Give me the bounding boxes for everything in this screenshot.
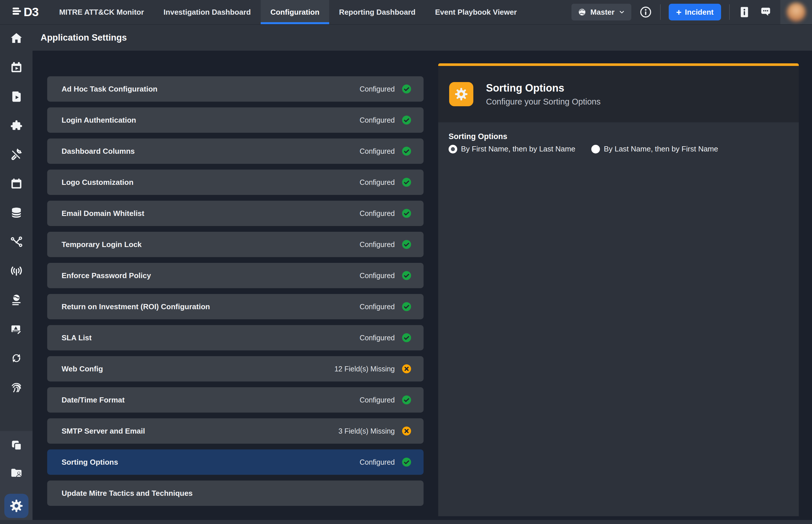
calendar-icon (10, 177, 23, 190)
home-icon (10, 32, 23, 45)
check-circle-icon (402, 395, 411, 405)
sidebar-item-sync[interactable] (10, 351, 23, 365)
settings-item-update-mitre-tactics-and-techniques[interactable]: Update Mitre Tactics and Techniques (47, 480, 424, 506)
nav-tab-configuration[interactable]: Configuration (261, 0, 329, 24)
info-button[interactable] (639, 6, 652, 18)
tools-icon (10, 148, 23, 161)
sync-icon (10, 351, 23, 365)
settings-item-dashboard-columns[interactable]: Dashboard Columns Configured (47, 138, 424, 164)
settings-item-label: Logo Customization (62, 178, 134, 187)
sidebar-item-home[interactable] (10, 32, 23, 45)
chevron-down-icon (619, 9, 625, 15)
settings-item-smtp-server-and-email[interactable]: SMTP Server and Email 3 Field(s) Missing (47, 418, 424, 444)
page-header: Application Settings (33, 25, 812, 51)
settings-item-status: Configured (360, 272, 395, 280)
plus-icon: + (676, 7, 682, 17)
settings-item-label: Sorting Options (62, 458, 118, 467)
database-icon (10, 206, 23, 219)
main-content: Ad Hoc Task Configuration Configured Log… (33, 51, 812, 520)
sidebar-item-connections[interactable] (10, 235, 23, 248)
sidebar-item-user-files[interactable] (10, 466, 23, 479)
info-icon (639, 6, 652, 18)
settings-item-email-domain-whitelist[interactable]: Email Domain Whitelist Configured (47, 201, 424, 226)
check-circle-icon (402, 240, 411, 249)
check-circle-icon (402, 302, 411, 312)
gear-icon (454, 87, 469, 102)
settings-item-status: Configured (360, 209, 395, 218)
top-nav-actions: Master + Incident (572, 0, 812, 24)
settings-item-return-on-investment-roi-configuration[interactable]: Return on Investment (ROI) Configuration… (47, 294, 424, 319)
settings-item-login-authentication[interactable]: Login Authentication Configured (47, 108, 424, 133)
nav-tab-mitre-att-ck-monitor[interactable]: MITRE ATT&CK Monitor (50, 0, 154, 24)
sidebar-item-data[interactable] (10, 206, 23, 219)
sidebar-item-playbooks[interactable] (10, 90, 23, 103)
user-avatar-button[interactable] (780, 0, 812, 24)
nav-tab-label: Configuration (270, 8, 319, 17)
settings-item-label: Enforce Password Policy (62, 271, 151, 280)
sidebar-item-incident-reports[interactable] (10, 323, 23, 336)
sidebar-item-identity[interactable] (10, 381, 23, 394)
settings-item-status: Configured (360, 458, 395, 466)
settings-item-status: Configured (360, 85, 395, 93)
settings-item-label: Login Authentication (62, 116, 136, 125)
sorting-radio-group: By First Name, then by Last Name By Last… (449, 145, 799, 153)
globe-lines-icon (10, 293, 23, 307)
check-circle-icon (402, 84, 411, 94)
settings-item-status: 3 Field(s) Missing (338, 427, 395, 435)
check-circle-icon (402, 146, 411, 156)
broadcast-icon (10, 264, 23, 278)
settings-item-label: SLA List (62, 333, 91, 342)
settings-item-label: Ad Hoc Task Configuration (62, 85, 157, 94)
site-selector-dropdown[interactable]: Master (572, 4, 631, 20)
sidebar-item-copy[interactable] (10, 439, 23, 452)
sidebar-item-utilities[interactable] (10, 148, 23, 161)
radio-by-last-name-then-by-first-name[interactable]: By Last Name, then by First Name (591, 145, 718, 153)
calendar-play-icon (10, 61, 23, 74)
footer-strip (0, 520, 812, 524)
primary-nav: MITRE ATT&CK Monitor Investigation Dashb… (50, 0, 527, 24)
settings-item-date-time-format[interactable]: Date/Time Format Configured (47, 387, 424, 413)
integrations-puzzle-icon (10, 119, 23, 132)
sidebar-item-geo[interactable] (10, 293, 23, 307)
report-button[interactable] (738, 5, 751, 19)
top-nav: D3 MITRE ATT&CK Monitor Investigation Da… (0, 0, 812, 25)
settings-item-temporary-login-lock[interactable]: Temporary Login Lock Configured (47, 232, 424, 257)
panel-icon-tile (449, 82, 473, 106)
chat-button[interactable] (759, 5, 772, 19)
document-info-icon (738, 5, 751, 19)
radio-option-label: By Last Name, then by First Name (604, 145, 718, 153)
x-circle-icon (402, 426, 411, 436)
sidebar-item-scheduled-tasks[interactable] (10, 61, 23, 74)
avatar (787, 3, 806, 21)
radio-button[interactable] (449, 145, 457, 153)
settings-item-status: 12 Field(s) Missing (334, 365, 395, 373)
settings-item-label: Dashboard Columns (62, 147, 135, 156)
radio-option-label: By First Name, then by Last Name (461, 145, 575, 153)
check-circle-icon (402, 209, 411, 218)
check-circle-icon (402, 177, 411, 187)
playbook-icon (10, 90, 23, 103)
settings-item-enforce-password-policy[interactable]: Enforce Password Policy Configured (47, 263, 424, 288)
copy-icon (10, 439, 23, 452)
settings-item-sorting-options[interactable]: Sorting Options Configured (47, 449, 424, 475)
sidebar-item-integrations[interactable] (10, 119, 23, 132)
settings-item-sla-list[interactable]: SLA List Configured (47, 325, 424, 350)
left-sidebar-bottom (0, 431, 33, 520)
sidebar-item-broadcast[interactable] (10, 264, 23, 278)
radio-by-first-name-then-by-last-name[interactable]: By First Name, then by Last Name (449, 145, 575, 153)
settings-item-label: Temporary Login Lock (62, 240, 141, 249)
settings-item-logo-customization[interactable]: Logo Customization Configured (47, 169, 424, 195)
settings-item-ad-hoc-task-configuration[interactable]: Ad Hoc Task Configuration Configured (47, 76, 424, 102)
settings-item-web-config[interactable]: Web Config 12 Field(s) Missing (47, 356, 424, 381)
radio-button[interactable] (591, 145, 600, 153)
settings-item-label: Update Mitre Tactics and Techniques (62, 489, 193, 498)
panel-body: Sorting Options By First Name, then by L… (438, 122, 799, 516)
new-incident-button[interactable]: + Incident (669, 4, 721, 20)
sidebar-item-settings[interactable] (4, 494, 29, 518)
nav-tab-event-playbook-viewer[interactable]: Event Playbook Viewer (425, 0, 527, 24)
sidebar-item-calendar[interactable] (10, 177, 23, 190)
check-circle-icon (402, 271, 411, 280)
nav-tab-reporting-dashboard[interactable]: Reporting Dashboard (329, 0, 425, 24)
nav-tab-investigation-dashboard[interactable]: Investigation Dashboard (154, 0, 260, 24)
panel-subtitle: Configure your Sorting Options (486, 97, 600, 107)
